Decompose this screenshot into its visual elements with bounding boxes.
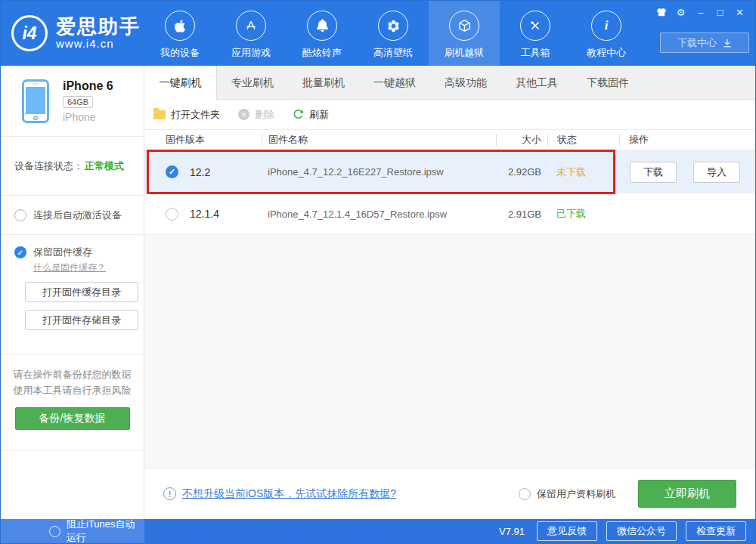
auto-activate-label: 连接后自动激活设备 bbox=[33, 209, 122, 222]
block-itunes-label: 阻止iTunes自动运行 bbox=[67, 518, 144, 544]
download-icon bbox=[723, 39, 732, 48]
footer: 阻止iTunes自动运行 V7.91 意见反馈 微信公众号 检查更新 bbox=[1, 519, 755, 543]
nav-label: 酷炫铃声 bbox=[302, 46, 342, 60]
device-type: iPhone bbox=[63, 111, 113, 123]
table-row-firmware-12-1-4[interactable]: 12.1.4 iPhone_4.7_12.1.4_16D57_Restore.i… bbox=[144, 193, 755, 235]
auto-activate-radio[interactable] bbox=[14, 209, 26, 221]
keep-cache-checkbox[interactable]: ✓ bbox=[14, 246, 26, 258]
maximize-icon[interactable]: □ bbox=[714, 6, 727, 19]
tab-download-firmware[interactable]: 下载固件 bbox=[572, 66, 643, 100]
table-row-firmware-12-2[interactable]: ✓ 12.2 iPhone_4.7_12.2_16E227_Restore.ip… bbox=[144, 150, 755, 193]
settings-gear-icon[interactable]: ⚙ bbox=[674, 6, 687, 19]
refresh-icon bbox=[293, 109, 304, 120]
refresh-label: 刷新 bbox=[309, 108, 329, 122]
nav-wallpapers[interactable]: 高清壁纸 bbox=[358, 1, 429, 66]
col-header-name: 固件名称 bbox=[262, 134, 496, 146]
firmware-version: 12.2 bbox=[178, 166, 262, 178]
firmware-size: 2.91GB bbox=[496, 209, 547, 220]
appstore-icon bbox=[236, 11, 266, 41]
row-unselected-radio[interactable] bbox=[166, 208, 178, 221]
nav-apps-games[interactable]: 应用游戏 bbox=[215, 1, 287, 66]
delete-label: 删除 bbox=[255, 108, 274, 122]
toolbox-icon bbox=[520, 11, 550, 41]
feedback-button[interactable]: 意见反馈 bbox=[537, 521, 597, 541]
sidebar: iPhone 6 64GB iPhone 设备连接状态： 正常模式 连接后自动激… bbox=[1, 66, 144, 519]
nav-ringtones[interactable]: 酷炫铃声 bbox=[287, 1, 358, 66]
open-storage-dir-button[interactable]: 打开固件存储目录 bbox=[25, 310, 138, 330]
backup-restore-button[interactable]: 备份/恢复数据 bbox=[15, 407, 130, 430]
tab-one-click-flash[interactable]: 一键刷机 bbox=[144, 66, 216, 100]
refresh-button[interactable]: 刷新 bbox=[293, 108, 329, 122]
wallpaper-icon bbox=[378, 11, 408, 41]
keep-cache-option[interactable]: ✓ 保留固件缓存 bbox=[14, 246, 144, 259]
delete-circle-icon: ✕ bbox=[238, 109, 249, 120]
main-nav: 我的设备 应用游戏 酷炫铃声 bbox=[144, 1, 642, 66]
firmware-name: iPhone_4.7_12.2_16E227_Restore.ipsw bbox=[262, 166, 496, 178]
bell-icon bbox=[307, 11, 337, 41]
auto-activate-option[interactable]: 连接后自动激活设备 bbox=[1, 196, 144, 235]
download-center-button[interactable]: 下载中心 bbox=[660, 32, 749, 53]
flash-now-button[interactable]: 立即刷机 bbox=[638, 480, 736, 508]
firmware-size: 2.92GB bbox=[496, 166, 547, 178]
nav-label: 高清壁纸 bbox=[373, 46, 413, 60]
col-header-size: 大小 bbox=[496, 134, 547, 146]
bottom-action-bar: ! 不想升级当前iOS版本，先试试抹除所有数据? 保留用户资料刷机 立即刷机 bbox=[144, 468, 755, 519]
app-version: V7.91 bbox=[499, 526, 525, 537]
check-update-button[interactable]: 检查更新 bbox=[686, 521, 746, 541]
minimize-icon[interactable]: – bbox=[694, 6, 707, 19]
open-cache-dir-button[interactable]: 打开固件缓存目录 bbox=[25, 282, 138, 302]
firmware-version: 12.1.4 bbox=[178, 208, 262, 220]
window-controls: ⚙ – □ ✕ bbox=[655, 6, 746, 19]
app-subtitle: www.i4.cn bbox=[56, 37, 141, 50]
connection-status-label: 设备连接状态： bbox=[14, 159, 83, 173]
firmware-status: 未下载 bbox=[547, 165, 619, 179]
footer-right: V7.91 意见反馈 微信公众号 检查更新 bbox=[144, 519, 755, 543]
firmware-status: 已下载 bbox=[547, 207, 619, 221]
delete-button[interactable]: ✕ 删除 bbox=[238, 108, 274, 122]
warning-line-1: 请在操作前备份好您的数据 bbox=[1, 366, 144, 382]
folder-icon bbox=[153, 110, 166, 119]
warning-line-2: 使用本工具请自行承担风险 bbox=[1, 382, 144, 398]
tab-pro-flash[interactable]: 专业刷机 bbox=[217, 66, 288, 100]
open-folder-button[interactable]: 打开文件夹 bbox=[153, 108, 220, 122]
table-header: 固件版本 固件名称 大小 状态 操作 bbox=[144, 129, 755, 150]
header: i4 爱思助手 www.i4.cn 我的设备 应用游戏 bbox=[1, 1, 755, 66]
erase-data-tip-link[interactable]: 不想升级当前iOS版本，先试试抹除所有数据? bbox=[182, 487, 396, 501]
skin-icon[interactable] bbox=[655, 6, 668, 19]
nav-label: 刷机越狱 bbox=[445, 46, 484, 60]
tab-advanced[interactable]: 高级功能 bbox=[430, 66, 501, 100]
nav-my-device[interactable]: 我的设备 bbox=[144, 1, 215, 66]
download-button[interactable]: 下载 bbox=[630, 162, 677, 183]
backup-warning-section: 请在操作前备份好您的数据 使用本工具请自行承担风险 备份/恢复数据 bbox=[1, 354, 144, 450]
tab-batch-flash[interactable]: 批量刷机 bbox=[288, 66, 359, 100]
keep-user-data-radio[interactable] bbox=[519, 488, 531, 500]
cache-help-link[interactable]: 什么是固件缓存？ bbox=[33, 261, 106, 274]
open-folder-label: 打开文件夹 bbox=[171, 108, 220, 122]
nav-flash-jailbreak[interactable]: 刷机越狱 bbox=[429, 1, 500, 66]
main-content: 专业刷机 批量刷机 一键越狱 高级功能 其他工具 下载固件 一键刷机 打开文件夹… bbox=[144, 66, 755, 519]
tab-bar: 专业刷机 批量刷机 一键越狱 高级功能 其他工具 下载固件 一键刷机 bbox=[144, 66, 755, 100]
keep-cache-label: 保留固件缓存 bbox=[33, 246, 92, 259]
device-info: iPhone 6 64GB iPhone bbox=[1, 66, 144, 137]
connection-status: 设备连接状态： 正常模式 bbox=[1, 137, 144, 196]
close-icon[interactable]: ✕ bbox=[733, 6, 746, 19]
download-center-label: 下载中心 bbox=[677, 36, 717, 50]
nav-tutorials[interactable]: i 教程中心 bbox=[571, 1, 642, 66]
logo-i4-icon: i4 bbox=[11, 15, 48, 51]
wechat-official-button[interactable]: 微信公众号 bbox=[606, 521, 677, 541]
col-header-action: 操作 bbox=[619, 134, 755, 146]
tab-one-click-jailbreak[interactable]: 一键越狱 bbox=[359, 66, 430, 100]
iphone-icon bbox=[22, 79, 49, 123]
import-button[interactable]: 导入 bbox=[693, 162, 740, 183]
info-icon: i bbox=[591, 11, 621, 41]
connection-status-value: 正常模式 bbox=[85, 159, 124, 173]
nav-toolbox[interactable]: 工具箱 bbox=[500, 1, 571, 66]
nav-label: 我的设备 bbox=[160, 46, 200, 60]
tab-other-tools[interactable]: 其他工具 bbox=[501, 66, 572, 100]
col-header-version: 固件版本 bbox=[144, 134, 262, 146]
row-selected-checkbox[interactable]: ✓ bbox=[166, 165, 178, 178]
app-logo: i4 爱思助手 www.i4.cn bbox=[11, 1, 141, 66]
keep-user-data-option[interactable]: 保留用户资料刷机 bbox=[519, 487, 615, 501]
block-itunes-option[interactable]: 阻止iTunes自动运行 bbox=[1, 519, 144, 543]
block-itunes-radio[interactable] bbox=[49, 526, 60, 537]
